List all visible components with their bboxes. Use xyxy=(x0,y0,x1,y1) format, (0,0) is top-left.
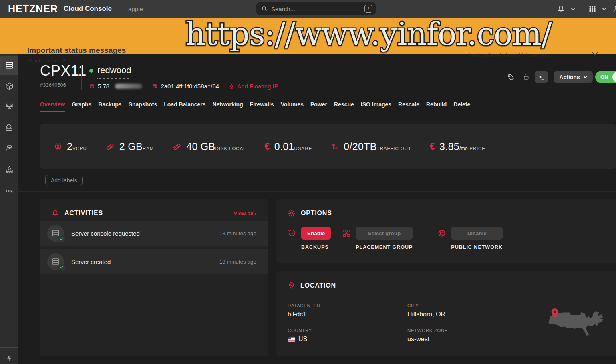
option-backups: Enable BACKUPS xyxy=(288,227,331,250)
server-tabs: Overview Graphs Backups Snapshots Load B… xyxy=(40,101,470,112)
stat-traffic: 0/20TBTRAFFIC OUT xyxy=(330,141,411,152)
field-value: US xyxy=(298,336,307,343)
sidebar-item-servers[interactable] xyxy=(0,56,18,75)
field-network-zone: NETWORK ZONE us-west xyxy=(407,328,448,343)
stat-value: 3.85/mo xyxy=(439,141,468,152)
field-value: us-west xyxy=(407,336,448,343)
pin-sidebar-icon[interactable] xyxy=(0,351,18,364)
location-title: LOCATION xyxy=(300,282,336,289)
field-label: NETWORK ZONE xyxy=(407,328,448,333)
ipv4-address[interactable]: 5.78. xyxy=(98,83,111,90)
header-divider xyxy=(81,65,82,90)
view-all-link[interactable]: View all › xyxy=(234,210,256,216)
project-name[interactable]: apple xyxy=(128,6,143,12)
server-plan-title: CPX11 xyxy=(40,62,87,79)
stat-vcpu: 2VCPU xyxy=(54,141,87,152)
tab-networking[interactable]: Networking xyxy=(212,101,243,112)
stat-value: 0/20TB xyxy=(344,141,376,152)
globe-icon xyxy=(437,229,446,250)
activities-panel: ACTIVITIES View all › Server console req… xyxy=(40,199,268,356)
tab-delete[interactable]: Delete xyxy=(453,101,470,112)
tab-load-balancers[interactable]: Load Balancers xyxy=(164,101,205,112)
euro-icon: € xyxy=(430,142,435,151)
sidebar-item-load-balancers[interactable] xyxy=(0,97,18,116)
tab-rebuild[interactable]: Rebuild xyxy=(426,101,447,112)
sidebar-item-firewalls[interactable] xyxy=(0,160,18,179)
chevron-right-icon: › xyxy=(255,210,257,216)
search-input[interactable] xyxy=(271,6,364,12)
field-country: COUNTRY US xyxy=(288,328,312,343)
key-icon xyxy=(5,187,14,195)
network-icon xyxy=(5,144,14,153)
product-title: Cloud Console xyxy=(64,5,112,13)
topbar-divider xyxy=(582,4,582,14)
notifications-chevron-down-icon[interactable] xyxy=(571,8,575,10)
location-pin-icon xyxy=(550,308,559,318)
add-floating-ip-link[interactable]: Add Floating IP xyxy=(237,83,278,90)
banner-chevron-down-icon[interactable] xyxy=(592,52,598,56)
cloud-server-icon xyxy=(5,123,14,132)
tab-volumes[interactable]: Volumes xyxy=(281,101,304,112)
stat-disk: 40 GBDISK LOCAL xyxy=(172,141,246,152)
sidebar-item-security[interactable] xyxy=(0,181,18,200)
options-row: Enable BACKUPS Select group PLACEMENT GR… xyxy=(276,217,616,250)
sidebar-item-floating-ips[interactable] xyxy=(0,118,18,137)
disable-public-network-button[interactable]: Disable xyxy=(451,227,503,240)
activity-text: Server console requested xyxy=(71,230,140,237)
search-bar[interactable]: / xyxy=(256,2,376,15)
tab-backups[interactable]: Backups xyxy=(98,101,121,112)
power-toggle-label: ON xyxy=(600,74,608,80)
cube-icon xyxy=(5,82,14,90)
option-label: PUBLIC NETWORK xyxy=(451,244,503,250)
globe-icon xyxy=(152,83,158,89)
select-placement-group-button[interactable]: Select group xyxy=(356,227,413,240)
tab-firewalls[interactable]: Firewalls xyxy=(250,101,274,112)
actions-button[interactable]: Actions xyxy=(554,71,593,83)
sidebar-item-volumes[interactable] xyxy=(0,76,18,96)
unlock-icon[interactable] xyxy=(522,72,530,81)
server-name[interactable]: redwood xyxy=(97,65,131,79)
stat-value: 2 xyxy=(67,141,72,152)
server-stats-card: 2VCPU 2 GBRAM 40 GBDISK LOCAL € 0.01USAG… xyxy=(40,124,616,169)
field-label: CITY xyxy=(407,303,445,308)
stat-label: PRICE xyxy=(469,146,485,151)
tab-snapshots[interactable]: Snapshots xyxy=(129,101,157,112)
power-toggle[interactable]: ON xyxy=(595,71,616,83)
stat-label: RAM xyxy=(143,146,154,151)
tab-graphs[interactable]: Graphs xyxy=(72,101,91,112)
activity-list-item[interactable]: Server console requested 13 minutes ago xyxy=(40,221,268,246)
notifications-bell-icon[interactable] xyxy=(557,5,565,13)
add-labels-button[interactable]: Add labels xyxy=(45,175,83,186)
ipv6-address[interactable]: 2a01:4ff:1f0:d58a::/64 xyxy=(161,83,219,90)
activities-title: ACTIVITIES xyxy=(64,210,103,217)
tab-overview[interactable]: Overview xyxy=(40,101,65,112)
topbar-right xyxy=(554,0,616,18)
euro-icon: € xyxy=(264,142,270,151)
stat-value: 40 GB xyxy=(186,141,215,152)
server-ip-row: 5.78. 2a01:4ff:1f0:d58a::/64 Add Floatin… xyxy=(89,83,278,90)
console-button[interactable]: >_ xyxy=(535,71,548,83)
us-flag-icon xyxy=(288,337,295,342)
console-glyph: >_ xyxy=(539,74,544,80)
enable-backups-button[interactable]: Enable xyxy=(301,227,331,240)
tab-rescale[interactable]: Rescale xyxy=(398,101,419,112)
activity-time: 18 minutes ago xyxy=(219,259,256,265)
apps-grid-icon[interactable] xyxy=(588,5,596,13)
disk-icon xyxy=(172,142,182,152)
sidebar-item-networks[interactable] xyxy=(0,139,18,158)
tab-rescue[interactable]: Rescue xyxy=(334,101,354,112)
stat-value: 2 GB xyxy=(119,141,143,152)
apps-chevron-down-icon[interactable] xyxy=(602,8,606,10)
tab-power[interactable]: Power xyxy=(310,101,327,112)
section-divider xyxy=(18,191,616,192)
option-placement-group: Select group PLACEMENT GROUP xyxy=(342,227,413,250)
server-status-dot xyxy=(89,69,93,73)
activity-list-item[interactable]: Server created 18 minutes ago xyxy=(40,249,268,274)
labels-tag-icon[interactable] xyxy=(507,73,515,81)
tab-iso-images[interactable]: ISO Images xyxy=(361,101,391,112)
user-avatar-icon[interactable] xyxy=(612,4,616,13)
sidebar-divider xyxy=(0,347,18,348)
field-value: Hillsboro, OR xyxy=(407,311,445,318)
cpu-icon xyxy=(54,142,62,151)
bell-icon xyxy=(51,209,59,217)
